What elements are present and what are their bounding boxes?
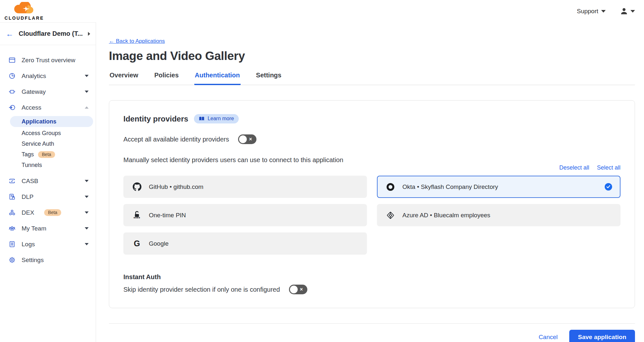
toggle-knob (290, 286, 298, 293)
sidebar-account-header: ← Cloudflare Demo (T... (0, 23, 96, 45)
provider-name: Azure AD • Bluecalm employees (402, 212, 490, 219)
learn-more-badge[interactable]: Learn more (194, 114, 239, 123)
sidebar-item-label: Applications (22, 118, 56, 125)
account-name[interactable]: Cloudflare Demo (T... (19, 30, 83, 37)
gear-icon (8, 256, 16, 264)
selected-check-icon (605, 183, 612, 191)
sidebar-item-label: Zero Trust overview (22, 57, 75, 64)
instant-auth-toggle[interactable]: × (289, 285, 307, 294)
tab-policies[interactable]: Policies (154, 72, 179, 85)
main-content: ← Back to Applications Image and Video G… (96, 22, 644, 342)
support-menu[interactable]: Support (577, 8, 606, 15)
sidebar-item-access[interactable]: Access (0, 100, 96, 115)
access-icon (8, 104, 16, 112)
toggle-off-x-icon: × (300, 287, 303, 292)
accept-all-toggle[interactable]: × (238, 134, 256, 144)
cloudflare-logo[interactable]: CLOUDFLARE (5, 2, 44, 20)
tab-overview[interactable]: Overview (109, 72, 139, 85)
provider-name: GitHub • github.com (149, 183, 203, 191)
sidebar-item-analytics[interactable]: Analytics (0, 68, 96, 84)
casb-icon (8, 177, 16, 185)
book-icon (199, 116, 205, 121)
cloudflare-wordmark: CLOUDFLARE (5, 16, 44, 20)
sidebar-item-label: My Team (22, 225, 46, 232)
sidebar-item-label: Tags (22, 151, 34, 158)
identity-providers-card: Identity providers Learn more Accept all… (109, 100, 635, 308)
sidebar-item-label: DLP (22, 193, 34, 200)
sidebar-item-label: CASB (22, 178, 38, 185)
chevron-down-icon (601, 10, 606, 13)
provider-tile-one-time-pin[interactable]: **** One-time PIN (123, 204, 367, 226)
page-title: Image and Video Gallery (109, 49, 635, 63)
footer-actions: Cancel Save application (109, 330, 635, 342)
sidebar-item-dlp[interactable]: DLP (0, 189, 96, 205)
azure-ad-icon (386, 211, 395, 220)
tab-bar: Overview Policies Authentication Setting… (109, 72, 635, 85)
google-icon: G (132, 239, 141, 248)
back-arrow-icon[interactable]: ← (6, 30, 14, 38)
user-menu[interactable] (620, 7, 635, 15)
deselect-all-link[interactable]: Deselect all (559, 164, 589, 171)
toggle-knob (239, 135, 247, 143)
sidebar-item-applications[interactable]: Applications (10, 116, 93, 127)
save-application-button[interactable]: Save application (569, 330, 635, 342)
access-sub-list: Applications Access Groups Service Auth … (0, 116, 96, 171)
sidebar-item-label: Gateway (22, 88, 46, 95)
sidebar-item-settings[interactable]: Settings (0, 252, 96, 268)
tab-settings[interactable]: Settings (255, 72, 282, 85)
one-time-pin-icon: **** (132, 210, 141, 220)
sidebar-item-service-auth[interactable]: Service Auth (0, 139, 96, 149)
instant-auth-title: Instant Auth (123, 273, 620, 281)
card-title: Identity providers (123, 114, 188, 123)
chevron-down-icon[interactable] (85, 196, 89, 198)
sidebar: ← Cloudflare Demo (T... Zero Trust overv… (0, 22, 96, 342)
sidebar-item-dex[interactable]: DEX Beta (0, 205, 96, 220)
team-icon (8, 225, 16, 232)
chevron-down-icon (630, 10, 635, 13)
provider-name: One-time PIN (149, 212, 186, 219)
top-bar: CLOUDFLARE Support (0, 0, 644, 22)
manual-select-text: Manually select identity providers users… (123, 156, 620, 164)
chevron-up-icon[interactable] (85, 106, 89, 109)
support-label: Support (577, 8, 598, 15)
chevron-down-icon[interactable] (85, 227, 89, 230)
chevron-down-icon[interactable] (85, 211, 89, 214)
sidebar-item-label: Analytics (22, 73, 46, 80)
window-icon (8, 56, 16, 64)
sidebar-item-label: Settings (22, 257, 44, 264)
chevron-down-icon[interactable] (85, 91, 89, 93)
provider-tile-azure-ad[interactable]: Azure AD • Bluecalm employees (377, 204, 620, 226)
accept-all-label: Accept all available identity providers (123, 136, 229, 143)
sidebar-item-casb[interactable]: CASB (0, 173, 96, 189)
sidebar-item-label: DEX (22, 209, 34, 216)
sidebar-item-access-groups[interactable]: Access Groups (0, 128, 96, 139)
provider-name: Google (149, 240, 168, 247)
cancel-button[interactable]: Cancel (539, 334, 558, 341)
back-to-applications-link[interactable]: ← Back to Applications (109, 38, 165, 44)
provider-tile-google[interactable]: G Google (123, 232, 367, 255)
sidebar-item-tunnels[interactable]: Tunnels (0, 160, 96, 171)
provider-grid: GitHub • github.com Okta • Skyflash Comp… (123, 176, 620, 255)
cloudflare-cloud-icon (12, 2, 36, 15)
sidebar-item-tags[interactable]: Tags Beta (0, 149, 96, 160)
chevron-down-icon[interactable] (85, 243, 89, 245)
provider-name: Okta • Skyflash Company Directory (402, 183, 498, 191)
select-all-link[interactable]: Select all (597, 164, 620, 171)
tab-authentication[interactable]: Authentication (194, 72, 241, 85)
beta-badge: Beta (38, 151, 55, 158)
footer-divider (109, 323, 635, 324)
sidebar-item-my-team[interactable]: My Team (0, 220, 96, 236)
chevron-right-icon[interactable] (88, 32, 90, 36)
sidebar-item-label: Tunnels (22, 162, 42, 169)
provider-tile-github[interactable]: GitHub • github.com (123, 176, 367, 198)
gateway-icon (8, 88, 16, 96)
provider-tile-okta[interactable]: Okta • Skyflash Company Directory (377, 176, 620, 198)
chevron-down-icon[interactable] (85, 75, 89, 77)
chevron-down-icon[interactable] (85, 180, 89, 182)
dex-icon (8, 209, 16, 217)
sidebar-item-logs[interactable]: Logs (0, 236, 96, 252)
sidebar-item-zero-trust-overview[interactable]: Zero Trust overview (0, 52, 96, 68)
sidebar-item-gateway[interactable]: Gateway (0, 84, 96, 100)
toggle-off-x-icon: × (249, 137, 252, 142)
sidebar-nav: Zero Trust overview Analytics Gateway (0, 45, 96, 268)
